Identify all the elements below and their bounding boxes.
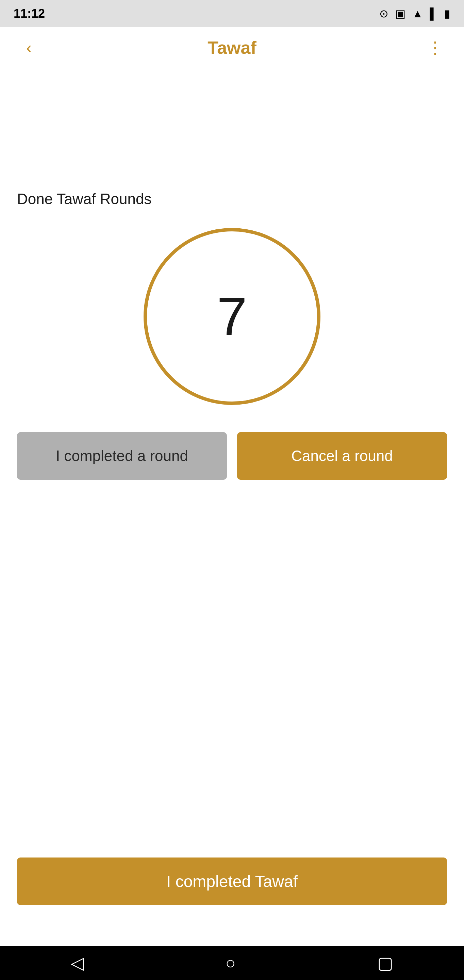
completed-tawaf-button[interactable]: I completed Tawaf xyxy=(17,858,447,905)
cancel-round-button[interactable]: Cancel a round xyxy=(237,432,447,480)
circle-status-icon: ⊙ xyxy=(379,7,388,20)
status-icons: ⊙ ▣ ▲ ▌ ▮ xyxy=(379,7,450,20)
body-area: Done Tawaf Rounds 7 I completed a round … xyxy=(0,68,464,946)
middle-spacer xyxy=(17,507,447,858)
signal-status-icon: ▌ xyxy=(430,8,437,20)
section-label: Done Tawaf Rounds xyxy=(17,191,447,208)
battery-status-icon: ▮ xyxy=(444,7,450,20)
home-nav-icon[interactable]: ○ xyxy=(225,953,235,973)
back-icon: ‹ xyxy=(26,40,32,56)
toolbar: ‹ Tawaf ⋮ xyxy=(0,27,464,68)
bottom-nav: ◁ ○ ▢ xyxy=(0,946,464,980)
top-spacer xyxy=(17,89,447,191)
wifi-status-icon: ▲ xyxy=(412,8,423,20)
counter-circle: 7 xyxy=(143,228,321,405)
recents-nav-icon[interactable]: ▢ xyxy=(377,953,393,973)
status-bar: 11:12 ⊙ ▣ ▲ ▌ ▮ xyxy=(0,0,464,27)
status-time: 11:12 xyxy=(14,6,45,21)
counter-value: 7 xyxy=(217,289,247,344)
page-title: Tawaf xyxy=(208,37,256,58)
more-icon: ⋮ xyxy=(427,38,443,57)
completed-round-button[interactable]: I completed a round xyxy=(17,432,227,480)
action-buttons: I completed a round Cancel a round xyxy=(17,432,447,480)
back-button[interactable]: ‹ xyxy=(17,36,41,60)
more-button[interactable]: ⋮ xyxy=(423,36,447,60)
counter-container: 7 xyxy=(17,228,447,405)
back-nav-icon[interactable]: ◁ xyxy=(71,953,84,973)
sd-status-icon: ▣ xyxy=(395,7,405,20)
main-content: ‹ Tawaf ⋮ Done Tawaf Rounds 7 I complete… xyxy=(0,27,464,946)
